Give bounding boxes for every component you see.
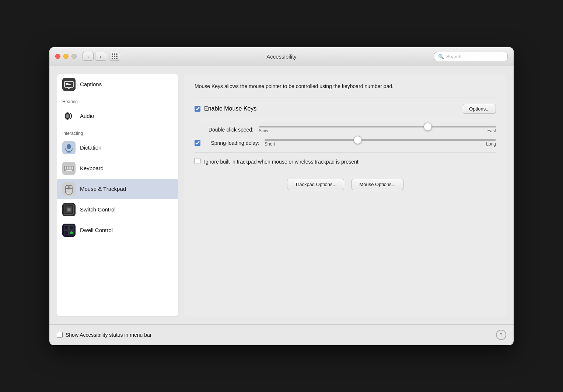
spring-loading-label: Spring-loading delay: — [204, 140, 259, 146]
double-click-speed-labels: Slow Fast — [259, 128, 496, 133]
main-panel: Mouse Keys allows the mouse pointer to b… — [184, 74, 506, 317]
svg-rect-15 — [69, 167, 71, 168]
captions-icon — [62, 78, 76, 91]
spring-loading-section: Spring-loading delay: Short Long — [195, 139, 496, 147]
main-window: ‹ › Accessibility 🔍 — [49, 47, 514, 345]
dictation-icon — [62, 141, 76, 154]
spring-loading-slider[interactable] — [265, 139, 496, 141]
forward-button[interactable]: › — [95, 52, 106, 61]
svg-rect-18 — [67, 168, 69, 169]
help-button[interactable]: ? — [496, 330, 506, 340]
ignore-trackpad-checkbox[interactable] — [195, 158, 200, 164]
enable-mouse-keys-checkbox[interactable] — [195, 106, 200, 112]
footer: Show Accessibility status in menu bar ? — [49, 324, 514, 345]
spring-loading-long-label: Long — [486, 141, 496, 147]
double-click-slider-row: Double-click speed: Slow Fast — [195, 126, 496, 133]
divider-1 — [195, 98, 496, 98]
grid-view-button[interactable] — [109, 52, 120, 61]
enable-mouse-keys-label: Enable Mouse Keys — [204, 105, 256, 112]
sidebar-item-dwell-control[interactable]: Dwell Control — [57, 220, 178, 241]
svg-rect-21 — [66, 170, 72, 171]
double-click-slow-label: Slow — [259, 128, 268, 133]
spring-loading-row: Spring-loading delay: Short Long — [204, 139, 496, 147]
svg-point-26 — [68, 186, 70, 188]
back-button[interactable]: ‹ — [83, 52, 94, 61]
hearing-section-header: Hearing — [57, 95, 178, 106]
sidebar-item-captions[interactable]: Captions — [57, 74, 178, 95]
spring-loading-checkbox[interactable] — [195, 140, 200, 146]
svg-rect-19 — [69, 168, 71, 169]
spring-loading-slider-container: Short Long — [265, 139, 496, 147]
mouse-trackpad-label: Mouse & Trackpad — [80, 186, 126, 192]
grid-icon — [112, 53, 118, 59]
show-accessibility-label: Show Accessibility status in menu bar — [66, 332, 151, 338]
svg-rect-13 — [65, 167, 66, 168]
audio-label: Audio — [80, 113, 94, 119]
sidebar-item-switch-control[interactable]: Switch Control — [57, 199, 178, 220]
svg-point-6 — [66, 114, 69, 118]
show-accessibility-checkbox[interactable] — [57, 332, 63, 338]
sidebar-item-mouse-trackpad[interactable]: Mouse & Trackpad — [57, 179, 178, 199]
sidebar-item-keyboard[interactable]: Keyboard — [57, 158, 178, 179]
svg-rect-14 — [67, 167, 69, 168]
close-button[interactable] — [55, 54, 60, 59]
description-text: Mouse Keys allows the mouse pointer to b… — [195, 83, 496, 90]
svg-rect-17 — [65, 168, 66, 169]
dwell-control-icon — [62, 224, 76, 237]
double-click-speed-section: Double-click speed: Slow Fast — [195, 126, 496, 133]
options-button[interactable]: Options... — [463, 104, 496, 114]
audio-icon — [62, 109, 76, 123]
search-box[interactable]: 🔍 — [434, 52, 508, 61]
window-title: Accessibility — [266, 53, 297, 60]
svg-rect-31 — [68, 209, 70, 211]
ignore-trackpad-label: Ignore built-in trackpad when mouse or w… — [204, 158, 359, 166]
double-click-fast-label: Fast — [487, 128, 496, 133]
sidebar: Captions Hearing Audio Interacting — [57, 74, 178, 317]
svg-rect-2 — [66, 83, 69, 84]
svg-point-37 — [70, 231, 73, 234]
switch-control-label: Switch Control — [80, 206, 116, 213]
dictation-label: Dictation — [80, 144, 101, 151]
nav-buttons: ‹ › — [83, 52, 120, 61]
double-click-slider-container: Slow Fast — [259, 126, 496, 133]
svg-rect-20 — [71, 168, 73, 169]
content-card: Mouse Keys allows the mouse pointer to b… — [184, 74, 506, 317]
traffic-lights — [55, 54, 77, 59]
double-click-speed-slider[interactable] — [259, 126, 496, 127]
minimize-button[interactable] — [63, 54, 69, 59]
show-accessibility-row: Show Accessibility status in menu bar — [57, 332, 151, 338]
switch-control-icon — [62, 203, 76, 216]
divider-2 — [195, 120, 496, 120]
content-area: Captions Hearing Audio Interacting — [49, 66, 514, 324]
sidebar-item-audio[interactable]: Audio — [57, 106, 178, 126]
captions-label: Captions — [80, 81, 102, 87]
interacting-section-header: Interacting — [57, 126, 178, 137]
search-input[interactable] — [446, 54, 504, 59]
dwell-control-label: Dwell Control — [80, 227, 113, 233]
spring-loading-labels: Short Long — [265, 141, 496, 147]
enable-mouse-keys-row: Enable Mouse Keys Options... — [195, 104, 496, 114]
svg-rect-3 — [66, 84, 71, 85]
mouse-options-button[interactable]: Mouse Options... — [352, 179, 403, 190]
titlebar: ‹ › Accessibility 🔍 — [49, 47, 514, 66]
double-click-speed-label: Double-click speed: — [195, 127, 253, 133]
keyboard-icon — [62, 162, 76, 175]
trackpad-options-button[interactable]: Trackpad Options... — [287, 179, 344, 190]
enable-mouse-keys-left: Enable Mouse Keys — [195, 105, 256, 112]
keyboard-label: Keyboard — [80, 165, 104, 171]
ignore-trackpad-section: Ignore built-in trackpad when mouse or w… — [195, 153, 496, 171]
maximize-button[interactable] — [71, 54, 77, 59]
sidebar-item-dictation[interactable]: Dictation — [57, 137, 178, 158]
spring-loading-slider-area: Spring-loading delay: Short Long — [204, 139, 496, 147]
spring-loading-short-label: Short — [265, 141, 275, 147]
svg-rect-16 — [71, 167, 73, 168]
bottom-buttons: Trackpad Options... Mouse Options... — [195, 179, 496, 190]
svg-rect-8 — [67, 144, 71, 149]
search-icon: 🔍 — [438, 54, 444, 59]
mouse-trackpad-icon — [62, 182, 76, 196]
